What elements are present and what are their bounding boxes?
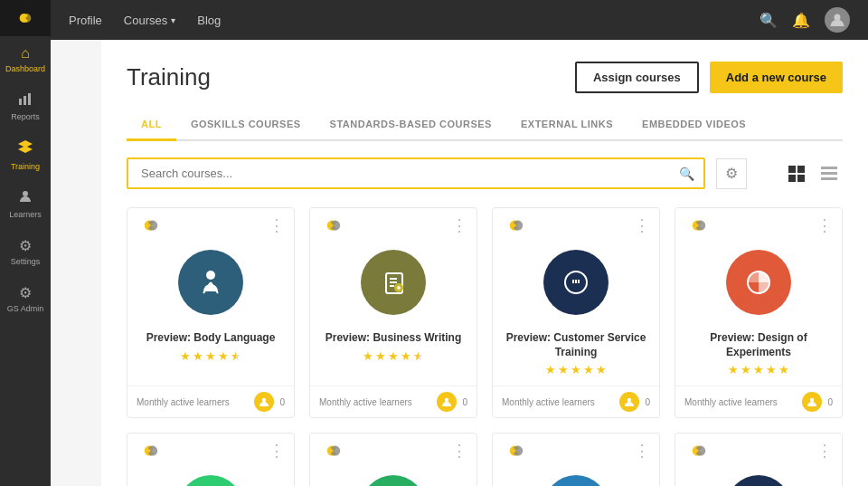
- learner-count: 0: [437, 392, 467, 412]
- course-stars: ★★★★★: [684, 363, 833, 376]
- monthly-learners-label: Monthly active learners: [137, 397, 230, 407]
- course-menu-icon[interactable]: ⋮: [634, 441, 650, 461]
- page-title: Training: [127, 63, 211, 91]
- gsadmin-icon: ⚙: [19, 284, 32, 301]
- card-top: ⋮: [493, 208, 659, 239]
- assign-courses-button[interactable]: Assign courses: [575, 62, 699, 93]
- card-footer: Monthly active learners 0: [127, 386, 294, 417]
- sidebar-logo: [0, 0, 51, 36]
- training-icon: [17, 139, 33, 159]
- card-top: ⋮: [310, 208, 476, 239]
- sidebar-label-training: Training: [11, 162, 40, 171]
- star-filled: ★: [596, 363, 607, 376]
- course-stars: ★★★★★: [502, 363, 650, 376]
- course-menu-icon[interactable]: ⋮: [634, 215, 650, 235]
- nav-courses[interactable]: Courses ▾: [124, 14, 175, 27]
- learner-icon: [254, 392, 274, 412]
- star-filled: ★: [571, 363, 581, 376]
- monthly-learners-label: Monthly active learners: [684, 397, 778, 407]
- star-filled: ★: [205, 349, 216, 363]
- goskills-logo: [137, 443, 165, 459]
- tab-external[interactable]: EXTERNAL LINKS: [506, 111, 627, 141]
- tab-standards[interactable]: STANDARDS-BASED COURSES: [316, 111, 506, 141]
- goskills-logo: [319, 443, 348, 459]
- svg-rect-5: [788, 166, 796, 173]
- search-icon[interactable]: 🔍: [760, 12, 778, 29]
- sidebar-item-dashboard[interactable]: ⌂ Dashboard: [0, 36, 51, 82]
- card-footer: Monthly active learners 0: [675, 386, 842, 417]
- svg-rect-1: [24, 96, 26, 105]
- card-top: ⋮: [127, 208, 294, 239]
- sidebar-label-reports: Reports: [11, 112, 40, 121]
- page-header: Training Assign courses Add a new course: [127, 62, 843, 93]
- chevron-down-icon: ▾: [171, 15, 175, 25]
- star-filled: ★: [753, 363, 764, 376]
- course-card[interactable]: ⋮ Preview: Course 6 ★★★★★★ Monthly activ…: [309, 433, 477, 486]
- learner-number: 0: [462, 397, 467, 407]
- card-icon-area: [127, 239, 294, 324]
- settings-icon: ⚙: [19, 237, 32, 254]
- card-body: Preview: Body Language ★★★★★★: [127, 324, 294, 386]
- course-stars: ★★★★★★: [137, 349, 285, 363]
- sidebar-item-reports[interactable]: Reports: [0, 82, 51, 130]
- svg-point-20: [627, 398, 631, 402]
- course-icon-circle: [178, 250, 243, 315]
- course-stars: ★★★★★★: [319, 349, 467, 363]
- course-menu-icon[interactable]: ⋮: [451, 441, 467, 461]
- card-top: ⋮: [493, 434, 659, 464]
- card-top: ⋮: [127, 434, 294, 464]
- course-icon-circle: [726, 475, 791, 486]
- course-card[interactable]: ⋮ Preview: Business Writing ★★★★★★ Month…: [309, 207, 477, 418]
- search-input[interactable]: [137, 159, 679, 187]
- nav-blog[interactable]: Blog: [197, 14, 221, 27]
- course-menu-icon[interactable]: ⋮: [269, 215, 285, 235]
- tab-embedded[interactable]: EMBEDDED VIDEOS: [627, 111, 760, 141]
- svg-point-3: [23, 191, 28, 196]
- course-title: Preview: Business Writing: [319, 331, 467, 346]
- card-icon-area: [310, 239, 476, 324]
- goskills-logo: [137, 217, 165, 233]
- course-card[interactable]: ⋮ Preview: Course 5 ★★★★★★ Monthly activ…: [127, 433, 295, 486]
- sidebar-item-training[interactable]: Training: [0, 130, 51, 180]
- svg-point-18: [445, 398, 448, 402]
- sidebar-item-settings[interactable]: ⚙ Settings: [0, 228, 51, 275]
- star-filled: ★: [363, 349, 373, 363]
- learner-number: 0: [645, 397, 650, 407]
- grid-view-button[interactable]: [783, 160, 810, 187]
- course-menu-icon[interactable]: ⋮: [269, 441, 285, 461]
- bell-icon[interactable]: 🔔: [792, 12, 810, 29]
- svg-point-12: [206, 271, 215, 280]
- sidebar-item-gsadmin[interactable]: ⚙ GS Admin: [0, 275, 51, 322]
- sidebar-item-learners[interactable]: Learners: [0, 180, 51, 228]
- card-icon-area: [493, 239, 659, 324]
- add-course-button[interactable]: Add a new course: [710, 62, 843, 93]
- filter-gear-button[interactable]: ⚙: [716, 158, 747, 189]
- course-card[interactable]: ⋮ Preview: Design of Experiments ★★★★★ M…: [675, 207, 843, 418]
- course-menu-icon[interactable]: ⋮: [816, 441, 833, 461]
- tab-goskills[interactable]: GOSKILLS COURSES: [176, 111, 316, 141]
- svg-point-15: [262, 398, 266, 402]
- star-half: ★★: [413, 349, 424, 363]
- learner-icon: [437, 392, 457, 412]
- learner-icon: [802, 392, 822, 412]
- list-view-button[interactable]: [816, 160, 843, 187]
- course-card[interactable]: ⋮ Preview: Course 8 ★★★★★★ Monthly activ…: [675, 433, 843, 486]
- svg-rect-10: [821, 172, 837, 175]
- svg-point-4: [835, 14, 841, 21]
- search-submit-icon[interactable]: 🔍: [679, 167, 694, 181]
- star-filled: ★: [728, 363, 739, 376]
- course-menu-icon[interactable]: ⋮: [816, 215, 833, 235]
- course-title: Preview: Design of Experiments: [684, 331, 833, 359]
- avatar[interactable]: [825, 7, 850, 33]
- course-menu-icon[interactable]: ⋮: [451, 215, 467, 235]
- learners-icon: [18, 189, 33, 207]
- goskills-logo: [684, 443, 713, 459]
- learner-count: 0: [619, 392, 650, 412]
- course-card[interactable]: ⋮ Preview: Customer Service Training ★★★…: [492, 207, 660, 418]
- tab-all[interactable]: ALL: [127, 111, 176, 141]
- course-card[interactable]: ⋮ Preview: Body Language ★★★★★★ Monthly …: [127, 207, 295, 418]
- course-card[interactable]: ⋮ Preview: Course 7 ★★★★★★ Monthly activ…: [492, 433, 660, 486]
- star-filled: ★: [375, 349, 386, 363]
- nav-profile[interactable]: Profile: [69, 14, 102, 27]
- monthly-learners-label: Monthly active learners: [319, 397, 412, 407]
